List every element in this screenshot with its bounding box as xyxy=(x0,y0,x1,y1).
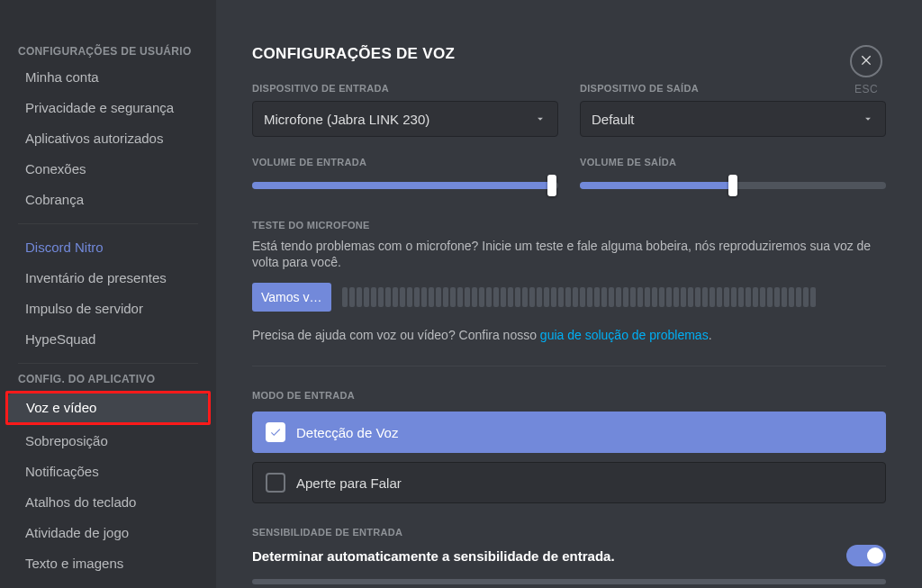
meter-bar xyxy=(782,287,787,307)
meter-bar xyxy=(508,287,513,307)
sidebar-item-billing[interactable]: Cobrança xyxy=(7,185,209,214)
meter-bar xyxy=(738,287,744,307)
output-volume-label: VOLUME DE SAÍDA xyxy=(580,157,886,167)
meter-bar xyxy=(637,287,643,307)
sidebar-item-notifications[interactable]: Notificações xyxy=(7,457,209,486)
meter-bar xyxy=(724,287,729,307)
sidebar-item-keybinds[interactable]: Atalhos do teclado xyxy=(7,488,209,517)
meter-bar xyxy=(587,287,592,307)
meter-bar xyxy=(385,287,391,307)
meter-bar xyxy=(342,287,348,307)
meter-bar xyxy=(472,287,477,307)
meter-bar xyxy=(486,287,492,307)
meter-bar xyxy=(601,287,607,307)
auto-sensitivity-toggle[interactable] xyxy=(846,545,886,566)
meter-bar xyxy=(364,287,369,307)
settings-content: ESC CONFIGURAÇÕES DE VOZ DISPOSITIVO DE … xyxy=(216,0,922,588)
sidebar-item-gift-inventory[interactable]: Inventário de presentes xyxy=(7,264,209,293)
meter-bar xyxy=(357,287,362,307)
meter-bar xyxy=(522,287,528,307)
chevron-down-icon xyxy=(862,113,874,125)
output-device-label: DISPOSITIVO DE SAÍDA xyxy=(580,83,886,94)
meter-bar xyxy=(378,287,384,307)
meter-bar xyxy=(371,287,376,307)
sidebar-item-voice-video[interactable]: Voz e vídeo xyxy=(8,394,208,422)
meter-bar xyxy=(710,287,715,307)
input-mode-option-label: Detecção de Voz xyxy=(296,425,398,440)
input-mode-voice-activity[interactable]: Detecção de Voz xyxy=(252,412,886,453)
meter-bar xyxy=(753,287,758,307)
help-prefix: Precisa de ajuda com voz ou vídeo? Confi… xyxy=(252,328,540,342)
sidebar-item-authorized-apps[interactable]: Aplicativos autorizados xyxy=(7,124,209,153)
meter-bar xyxy=(630,287,636,307)
input-device-select[interactable]: Microfone (Jabra LINK 230) xyxy=(252,101,558,137)
mic-test-desc: Está tendo problemas com o microfone? In… xyxy=(252,238,886,270)
annotation-highlight: Voz e vídeo xyxy=(5,391,211,425)
meter-bar xyxy=(702,287,708,307)
mic-test-button[interactable]: Vamos verif... xyxy=(252,283,331,312)
sidebar-item-text-images[interactable]: Texto e imagens xyxy=(7,549,209,578)
chevron-down-icon xyxy=(534,113,547,125)
sidebar-item-game-activity[interactable]: Atividade de jogo xyxy=(7,519,209,547)
close-label: ESC xyxy=(850,83,882,95)
input-mode-push-to-talk[interactable]: Aperte para Falar xyxy=(252,462,886,503)
settings-sidebar: CONFIGURAÇÕES DE USUÁRIO Minha conta Pri… xyxy=(0,0,216,588)
help-suffix: . xyxy=(709,328,712,342)
checkbox-icon xyxy=(266,422,285,442)
sidebar-header-app: CONFIG. DO APLICATIVO xyxy=(0,373,216,391)
checkbox-icon xyxy=(266,473,285,493)
meter-bar xyxy=(645,287,650,307)
sensitivity-label: SENSIBILIDADE DE ENTRADA xyxy=(252,527,886,538)
troubleshoot-link[interactable]: guia de solução de problemas xyxy=(540,328,709,342)
page-title: CONFIGURAÇÕES DE VOZ xyxy=(252,45,886,63)
sidebar-item-connections[interactable]: Conexões xyxy=(7,155,209,184)
sensitivity-meter xyxy=(252,579,886,584)
meter-bar xyxy=(580,287,585,307)
sidebar-item-my-account[interactable]: Minha conta xyxy=(7,63,209,92)
sidebar-item-nitro[interactable]: Discord Nitro xyxy=(7,233,209,262)
meter-bar xyxy=(746,287,751,307)
meter-bar xyxy=(558,287,564,307)
meter-bar xyxy=(803,287,809,307)
meter-bar xyxy=(465,287,470,307)
input-device-value: Microfone (Jabra LINK 230) xyxy=(264,112,429,127)
toggle-knob xyxy=(867,547,883,564)
output-device-value: Default xyxy=(592,112,635,127)
sidebar-item-privacy[interactable]: Privacidade e segurança xyxy=(7,94,209,122)
close-button[interactable] xyxy=(850,45,882,77)
meter-bar xyxy=(774,287,780,307)
meter-bar xyxy=(414,287,420,307)
sidebar-separator xyxy=(18,363,198,364)
meter-bar xyxy=(529,287,535,307)
auto-sensitivity-label: Determinar automaticamente a sensibilida… xyxy=(252,548,615,564)
meter-bar xyxy=(457,287,463,307)
meter-bar xyxy=(760,287,765,307)
meter-bar xyxy=(688,287,693,307)
sidebar-item-server-boost[interactable]: Impulso de servidor xyxy=(7,294,209,323)
input-volume-slider[interactable] xyxy=(252,175,558,196)
meter-bar xyxy=(544,287,549,307)
meter-bar xyxy=(616,287,621,307)
meter-bar xyxy=(652,287,657,307)
meter-bar xyxy=(673,287,679,307)
input-mode-option-label: Aperte para Falar xyxy=(296,475,402,491)
meter-bar xyxy=(666,287,672,307)
meter-bar xyxy=(407,287,412,307)
sidebar-item-overlay[interactable]: Sobreposição xyxy=(7,427,209,456)
sidebar-header-user: CONFIGURAÇÕES DE USUÁRIO xyxy=(0,45,216,63)
sidebar-item-appearance[interactable]: Aparência xyxy=(7,580,209,588)
input-mode-label: MODO DE ENTRADA xyxy=(252,390,886,401)
meter-bar xyxy=(436,287,441,307)
close-icon xyxy=(859,52,873,70)
meter-bar xyxy=(421,287,427,307)
sidebar-item-hypesquad[interactable]: HypeSquad xyxy=(7,325,209,354)
meter-bar xyxy=(501,287,506,307)
input-device-label: DISPOSITIVO DE ENTRADA xyxy=(252,83,558,94)
input-volume-label: VOLUME DE ENTRADA xyxy=(252,157,558,167)
sidebar-separator xyxy=(18,223,198,224)
meter-bar xyxy=(681,287,686,307)
meter-bar xyxy=(450,287,456,307)
output-volume-slider[interactable] xyxy=(580,175,886,196)
output-device-select[interactable]: Default xyxy=(580,101,886,137)
meter-bar xyxy=(551,287,556,307)
